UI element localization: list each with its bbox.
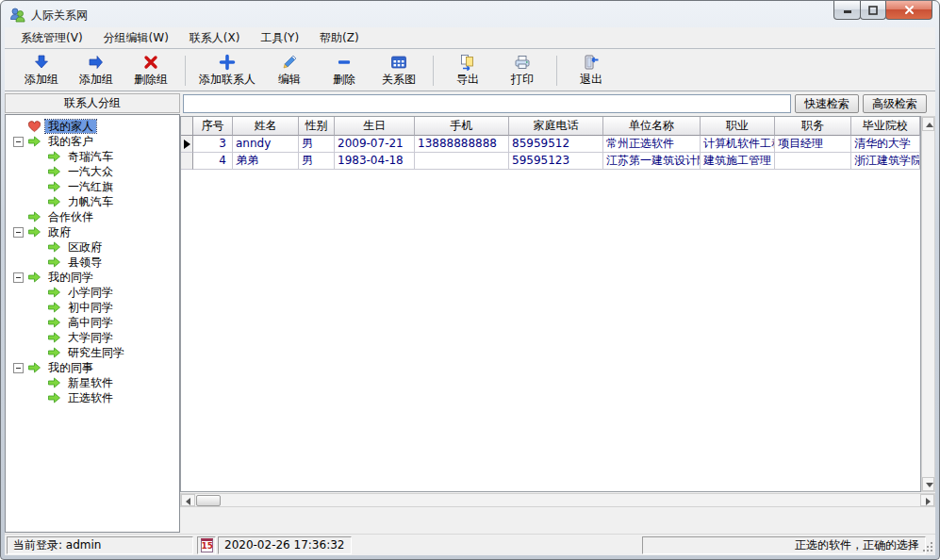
tree-item[interactable]: 力帆汽车 (6, 194, 179, 209)
delete-group-button[interactable]: 删除组 (124, 52, 178, 90)
tree-item[interactable]: 新星软件 (6, 375, 179, 390)
column-header[interactable]: 序号 (193, 117, 233, 136)
menu-group-edit[interactable]: 分组编辑(W) (93, 27, 179, 49)
scroll-right-icon[interactable] (920, 494, 934, 506)
edit-button[interactable]: 编辑 (262, 52, 317, 90)
toolbar-separator (556, 56, 557, 86)
green-arrow-icon (47, 165, 61, 178)
column-header[interactable]: 手机 (415, 117, 509, 136)
search-input[interactable] (183, 94, 791, 113)
scroll-left-icon[interactable] (181, 494, 195, 506)
cell-seq[interactable]: 3 (193, 136, 233, 153)
tree-item[interactable]: 正选软件 (6, 390, 179, 405)
tree-item[interactable]: 初中同学 (6, 300, 179, 315)
scroll-up-icon[interactable] (922, 117, 934, 131)
tree-item[interactable]: 县领导 (6, 255, 179, 270)
column-header[interactable]: 家庭电话 (509, 117, 603, 136)
tree-item[interactable]: 奇瑞汽车 (6, 149, 179, 164)
column-header[interactable]: 姓名 (233, 117, 299, 136)
cell-company[interactable]: 常州正选软件 (603, 136, 701, 153)
cell-gender[interactable]: 男 (299, 136, 335, 153)
export-button[interactable]: 导出 (440, 52, 495, 90)
printer-icon (514, 54, 531, 71)
tree-item-classmates[interactable]: 我的同学 (6, 270, 179, 285)
column-header[interactable]: 职业 (701, 117, 775, 136)
cell-mobile[interactable] (415, 153, 509, 170)
exit-button[interactable]: 退出 (564, 52, 618, 90)
green-arrow-icon (27, 361, 41, 374)
cell-school[interactable]: 浙江建筑学院 (851, 153, 920, 170)
cell-birthday[interactable]: 2009-07-21 (335, 136, 415, 153)
toolbar-separator (433, 56, 434, 86)
quick-search-button[interactable]: 快速检索 (795, 94, 859, 113)
two-people-icon (9, 7, 25, 23)
tree-item[interactable]: 一汽大众 (6, 164, 179, 179)
cell-occupation[interactable]: 计算机软件工程 (701, 136, 775, 153)
red-x-icon (142, 54, 159, 71)
print-button[interactable]: 打印 (495, 52, 550, 90)
tree-item-family[interactable]: 我的家人 (6, 119, 179, 134)
advanced-search-button[interactable]: 高级检索 (863, 94, 927, 113)
scroll-down-icon[interactable] (922, 477, 934, 491)
cell-title[interactable] (775, 153, 851, 170)
close-button[interactable] (885, 1, 932, 20)
add-group-button[interactable]: 添加组 (14, 52, 69, 90)
minimize-button[interactable] (833, 1, 861, 20)
cell-home-phone[interactable]: 59595123 (509, 153, 603, 170)
title-bar[interactable]: 人际关系网 (1, 1, 939, 27)
tree-item-government[interactable]: 政府 (6, 224, 179, 239)
tree-item-customers[interactable]: 我的客户 (6, 134, 179, 149)
delete-contact-button[interactable]: 删除 (317, 52, 371, 90)
vertical-scrollbar[interactable] (921, 116, 935, 492)
cell-name[interactable]: anndy (233, 136, 299, 153)
column-header[interactable]: 毕业院校 (851, 117, 920, 136)
tree-item[interactable]: 高中同学 (6, 315, 179, 330)
add-contact-button[interactable]: 添加联系人 (192, 52, 262, 90)
tree-item[interactable]: 研究生同学 (6, 345, 179, 360)
slogan-status: 正选的软件，正确的选择 (642, 536, 926, 554)
menu-tools[interactable]: 工具(Y) (250, 27, 309, 49)
table-header-row: 序号 姓名 性别 生日 手机 家庭电话 单位名称 职业 职务 毕业院校 (181, 117, 920, 136)
collapse-icon[interactable] (13, 137, 24, 147)
tree-item[interactable]: 大学同学 (6, 330, 179, 345)
cell-title[interactable]: 项目经理 (775, 136, 851, 153)
main-pane: 快速检索 高级检索 序号 姓名 性别 生日 手机 家庭电话 单位名称 职业 职务… (180, 91, 935, 533)
scrollbar-thumb[interactable] (196, 495, 221, 506)
horizontal-scrollbar[interactable] (180, 493, 935, 507)
maximize-button[interactable] (860, 1, 886, 20)
datetime-status: 2020-02-26 17:36:32 (218, 536, 352, 554)
relationship-graph-button[interactable]: 关系图 (371, 52, 426, 90)
green-arrow-icon (47, 180, 61, 193)
resize-grip[interactable] (921, 540, 934, 553)
tree-item-partners[interactable]: 合作伙伴 (6, 209, 179, 224)
green-arrow-icon (27, 135, 41, 148)
cell-name[interactable]: 弟弟 (233, 153, 299, 170)
cell-home-phone[interactable]: 85959512 (509, 136, 603, 153)
tree-item[interactable]: 区政府 (6, 239, 179, 255)
cell-company[interactable]: 江苏第一建筑设计院 (603, 153, 701, 170)
add-subgroup-button[interactable]: 添加组 (69, 52, 124, 90)
collapse-icon[interactable] (13, 227, 24, 238)
cell-school[interactable]: 清华的大学 (851, 136, 920, 153)
cell-occupation[interactable]: 建筑施工管理 (701, 153, 775, 170)
cell-gender[interactable]: 男 (299, 153, 335, 170)
column-header[interactable]: 单位名称 (603, 117, 701, 136)
tree-item-colleagues[interactable]: 我的同事 (6, 360, 179, 375)
menu-help[interactable]: 帮助(Z) (309, 27, 370, 49)
column-header[interactable]: 性别 (299, 117, 335, 136)
collapse-icon[interactable] (13, 363, 24, 373)
column-header[interactable]: 生日 (335, 117, 415, 136)
collapse-icon[interactable] (13, 272, 24, 283)
menu-contacts[interactable]: 联系人(X) (179, 27, 251, 49)
column-header[interactable]: 职务 (775, 117, 851, 136)
cell-seq[interactable]: 4 (193, 153, 233, 170)
tree-item[interactable]: 小学同学 (6, 285, 179, 300)
cell-mobile[interactable]: 13888888888 (415, 136, 509, 153)
tree-item[interactable]: 一汽红旗 (6, 179, 179, 194)
status-bar: 当前登录: admin 15 2020-02-26 17:36:32 正选的软件… (5, 534, 935, 555)
menu-system[interactable]: 系统管理(V) (10, 27, 93, 49)
table-row[interactable]: 3 anndy 男 2009-07-21 13888888888 8595951… (181, 136, 920, 153)
export-icon (459, 54, 476, 71)
table-row[interactable]: 4 弟弟 男 1983-04-18 59595123 江苏第一建筑设计院 建筑施… (181, 153, 920, 170)
cell-birthday[interactable]: 1983-04-18 (335, 153, 415, 170)
